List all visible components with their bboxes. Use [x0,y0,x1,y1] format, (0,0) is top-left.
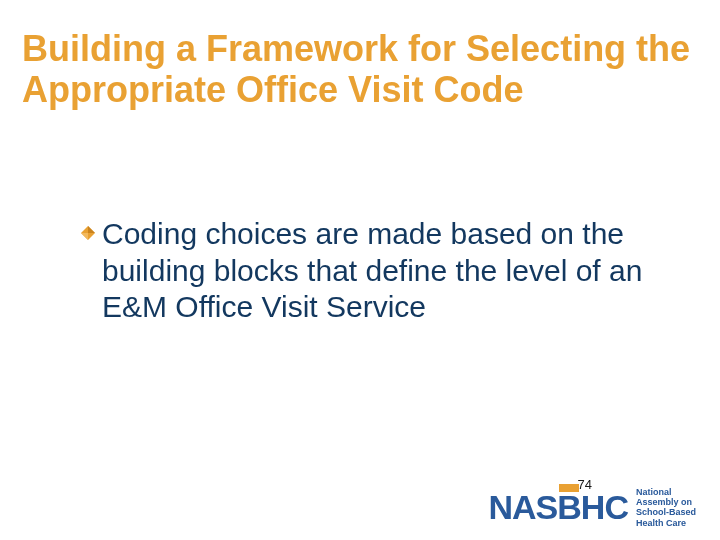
svg-marker-1 [88,226,95,233]
logo-letter-accent: B [557,490,581,524]
logo-tagline-line: National [636,487,696,497]
footer: 74 NASBHC National Assembly on School-Ba… [0,468,720,528]
logo-letter: A [512,488,536,526]
logo-letter: H [581,488,605,526]
bullet-text: Coding choices are made based on the bui… [102,216,660,326]
logo: NASBHC National Assembly on School-Based… [488,487,696,528]
body-area: Coding choices are made based on the bui… [80,216,660,326]
logo-tagline-line: School-Based [636,507,696,517]
slide: Building a Framework for Selecting the A… [0,0,720,540]
logo-tagline-line: Assembly on [636,497,696,507]
logo-tagline: National Assembly on School-Based Health… [636,487,696,528]
svg-marker-2 [81,233,88,240]
diamond-bullet-icon [80,225,96,245]
logo-letter: C [604,488,628,526]
logo-letter: S [536,488,558,526]
slide-title: Building a Framework for Selecting the A… [22,28,698,111]
logo-letter: N [488,488,512,526]
logo-tagline-line: Health Care [636,518,696,528]
logo-wordmark: NASBHC [488,490,628,524]
bullet-item: Coding choices are made based on the bui… [80,216,660,326]
